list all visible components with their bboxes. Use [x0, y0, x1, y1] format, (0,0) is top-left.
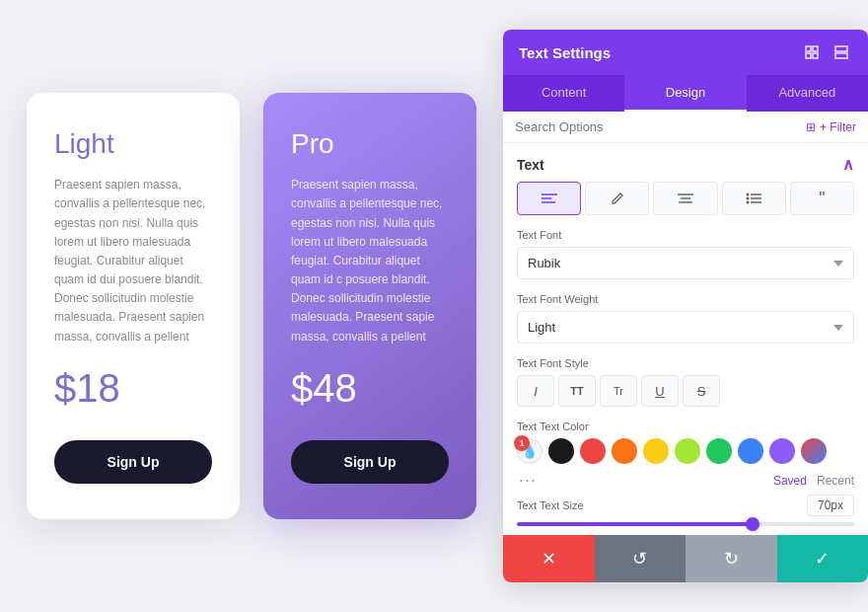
signup-button-light[interactable]: Sign Up [54, 440, 212, 484]
card-desc-pro: Praesent sapien massa, convallis a pelle… [291, 176, 449, 346]
section-title: Text [517, 157, 544, 173]
text-font-label: Text Font [517, 229, 854, 241]
text-size-field: Text Text Size 70px [517, 495, 854, 526]
confirm-button[interactable]: ✓ [777, 535, 869, 582]
filter-icon: ⊞ [806, 120, 816, 134]
panel-search: ⊞ + Filter [503, 112, 868, 143]
eyedropper-color[interactable]: 💧 [517, 438, 542, 464]
filter-button[interactable]: ⊞ + Filter [806, 120, 856, 134]
text-size-track[interactable] [517, 522, 854, 526]
list-icon[interactable] [722, 182, 786, 215]
alignment-row: " [517, 182, 854, 215]
small-caps-btn[interactable]: Tr [600, 375, 637, 407]
panel-tabs: Content Design Advanced [503, 75, 868, 112]
text-font-select[interactable]: Rubik [517, 247, 854, 279]
text-size-label-row: Text Text Size 70px [517, 495, 854, 516]
fullscreen-icon[interactable] [801, 41, 823, 63]
color-row: 💧 [517, 438, 854, 464]
text-font-weight-field: Text Font Weight Light [517, 293, 854, 357]
card-title-pro: Pro [291, 128, 449, 160]
chevron-up-icon: ∧ [842, 155, 854, 174]
search-input[interactable] [515, 119, 798, 134]
card-pro: Pro Praesent sapien massa, convallis a p… [263, 93, 476, 519]
strikethrough-btn[interactable]: S [683, 375, 720, 407]
text-color-label: Text Text Color [517, 421, 854, 432]
saved-link[interactable]: Saved [773, 474, 807, 488]
redo-button[interactable]: ↻ [686, 535, 777, 582]
color-green-light[interactable] [675, 438, 700, 464]
svg-point-12 [747, 193, 750, 196]
align-center-icon[interactable] [653, 182, 717, 215]
panel-header-icons [801, 41, 852, 63]
text-size-value[interactable]: 70px [807, 495, 854, 516]
color-red[interactable] [580, 438, 606, 464]
text-size-label: Text Text Size [517, 499, 584, 511]
svg-point-16 [747, 201, 750, 204]
quote-icon[interactable]: " [790, 182, 854, 215]
pricing-area: Light Praesent sapien massa, convallis a… [0, 0, 503, 612]
text-size-fill [517, 522, 753, 526]
color-orange[interactable] [612, 438, 637, 464]
color-blue[interactable] [738, 438, 763, 464]
text-font-weight-label: Text Font Weight [517, 293, 854, 305]
text-font-field: Text Font Rubik [517, 229, 854, 293]
panel-title: Text Settings [519, 44, 611, 61]
svg-rect-2 [806, 53, 811, 58]
svg-rect-4 [835, 46, 847, 51]
reset-button[interactable]: ↺ [595, 535, 687, 582]
panel-body: Text ∧ [503, 143, 868, 535]
card-light: Light Praesent sapien massa, convallis a… [27, 93, 240, 519]
panel-footer: ✕ ↺ ↻ ✓ [503, 535, 868, 582]
svg-rect-3 [813, 53, 818, 58]
card-title-light: Light [54, 128, 212, 160]
card-price-light: $18 [54, 366, 212, 411]
text-font-style-field: Text Font Style I TT Tr U S [517, 357, 854, 407]
tab-content[interactable]: Content [503, 75, 624, 112]
svg-rect-1 [813, 46, 818, 51]
collapse-icon[interactable] [831, 41, 852, 63]
cancel-button[interactable]: ✕ [503, 535, 595, 582]
caps-btn[interactable]: TT [558, 375, 596, 407]
recent-link[interactable]: Recent [817, 474, 854, 488]
card-desc-light: Praesent sapien massa, convallis a pelle… [54, 176, 212, 346]
text-font-style-label: Text Font Style [517, 357, 854, 369]
italic-btn[interactable]: I [517, 375, 554, 407]
settings-panel: Text Settings Content Design Advanced [503, 30, 868, 582]
text-section-header[interactable]: Text ∧ [517, 143, 854, 182]
color-green[interactable] [706, 438, 732, 464]
svg-rect-5 [835, 53, 847, 58]
svg-rect-0 [806, 46, 811, 51]
more-colors-dots[interactable]: ··· [519, 470, 537, 491]
color-black[interactable] [548, 438, 574, 464]
text-size-thumb[interactable] [746, 517, 760, 531]
panel-header: Text Settings [503, 30, 868, 75]
tab-advanced[interactable]: Advanced [747, 75, 868, 112]
font-style-row: I TT Tr U S [517, 375, 854, 407]
tab-design[interactable]: Design [624, 75, 746, 112]
svg-point-14 [747, 197, 750, 200]
card-price-pro: $48 [291, 366, 449, 411]
text-font-weight-select[interactable]: Light [517, 311, 854, 344]
color-purple[interactable] [769, 438, 795, 464]
signup-button-pro[interactable]: Sign Up [291, 440, 449, 484]
text-color-field: Text Text Color 💧 ··· Saved Recent [517, 421, 854, 491]
align-left-icon[interactable] [517, 182, 581, 215]
underline-btn[interactable]: U [641, 375, 679, 407]
edit-icon[interactable] [585, 182, 649, 215]
color-yellow[interactable] [643, 438, 669, 464]
color-gradient[interactable] [801, 438, 827, 464]
